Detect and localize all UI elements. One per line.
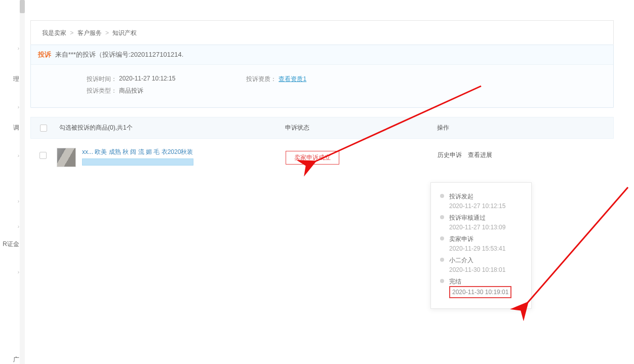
timeline-time: 2020-11-29 15:53:41 (449, 244, 522, 254)
row-checkbox[interactable] (39, 152, 47, 159)
complaint-panel: 投诉 来自***的投诉（投诉编号:20201127101214. 投诉时间： 2… (30, 45, 614, 108)
sidebar-item-0[interactable]: › (0, 43, 20, 54)
sidebar-item-4[interactable]: › (0, 150, 20, 161)
view-qualification-link[interactable]: 查看资质1 (279, 75, 306, 84)
timeline-title: 小二介入 (449, 256, 522, 265)
sidebar-item-6[interactable]: › (0, 221, 20, 232)
complaint-time-value: 2020-11-27 10:12:15 (119, 75, 175, 84)
product-title-redacted (82, 158, 193, 166)
timeline-item: 完结 2020-11-30 10:19:01 (440, 277, 522, 298)
timeline-dot-icon (440, 258, 444, 262)
chevron-right-icon: › (18, 269, 19, 275)
timeline-dot-icon (440, 215, 444, 219)
complaint-header: 投诉 来自***的投诉（投诉编号:20201127101214. (31, 45, 613, 65)
timeline-title: 投诉审核通过 (449, 213, 522, 222)
chevron-right-icon: › (18, 198, 19, 204)
product-cell: xx... 欧美 成熟 秋 阔 流 媚 毛 衣2020秋装 (82, 148, 286, 167)
timeline-dot-icon (440, 194, 444, 198)
sidebar-item-1[interactable]: 理 (0, 72, 20, 87)
column-status-header: 申诉状态 (285, 124, 437, 132)
view-progress-link[interactable]: 查看进展 (468, 151, 492, 159)
complaint-tag: 投诉 (38, 51, 51, 58)
column-action-header: 操作 (437, 124, 604, 132)
complaint-type-value: 商品投诉 (119, 87, 143, 95)
product-title-link[interactable]: xx... 欧美 成熟 秋 阔 流 媚 毛 衣2020秋装 (82, 148, 209, 156)
timeline-title: 完结 (449, 277, 522, 286)
sidebar-item-8[interactable]: › (0, 266, 20, 278)
main-content: 我是卖家 > 客户服务 > 知识产权 投诉 来自***的投诉（投诉编号:2020… (30, 20, 614, 176)
breadcrumb-item-seller[interactable]: 我是卖家 (42, 29, 66, 36)
complaint-body: 投诉时间： 2020-11-27 10:12:15 投诉资质： 查看资质1 投诉… (31, 65, 613, 107)
select-all-checkbox[interactable] (40, 125, 47, 132)
breadcrumb: 我是卖家 > 客户服务 > 知识产权 (30, 20, 614, 45)
sidebar-scrollbar[interactable] (20, 0, 25, 364)
timeline-item: 投诉审核通过 2020-11-27 10:13:09 (440, 213, 522, 232)
chevron-right-icon: › (18, 224, 19, 229)
timeline-time: 2020-11-30 10:18:01 (449, 265, 522, 275)
sidebar-item-7[interactable]: R证金 (0, 237, 20, 252)
appeal-status-badge: 卖家申诉成立 (286, 151, 339, 165)
complaint-type-label: 投诉类型： (87, 87, 119, 95)
chevron-right-icon: › (18, 46, 19, 51)
progress-timeline-popover: 投诉发起 2020-11-27 10:12:15 投诉审核通过 2020-11-… (430, 182, 532, 309)
chevron-right-icon: › (18, 104, 19, 110)
chevron-right-icon: › (18, 153, 19, 158)
sidebar-item-3[interactable]: 调 (0, 120, 20, 135)
timeline-title: 投诉发起 (449, 192, 522, 201)
timeline-time: 2020-11-27 10:13:09 (449, 222, 522, 232)
breadcrumb-item-service[interactable]: 客户服务 (77, 29, 102, 36)
complaint-time-label: 投诉时间： (87, 75, 119, 84)
timeline-item: 投诉发起 2020-11-27 10:12:15 (440, 192, 522, 211)
breadcrumb-item-ip[interactable]: 知识产权 (112, 29, 137, 36)
status-cell: 卖家申诉成立 (286, 148, 438, 165)
complaint-header-text: 来自***的投诉（投诉编号:20201127101214. (55, 51, 184, 58)
sidebar-item-2[interactable]: › (0, 101, 20, 113)
history-appeal-link[interactable]: 历史申诉 (438, 151, 462, 159)
action-cell: 历史申诉 查看进展 (438, 148, 605, 159)
product-thumbnail[interactable] (57, 148, 76, 167)
sidebar-item-5[interactable]: › (0, 195, 20, 207)
sidebar-item-9[interactable]: 广 (0, 352, 20, 364)
timeline-dot-icon (440, 279, 444, 283)
timeline-item: 卖家申诉 2020-11-29 15:53:41 (440, 234, 522, 254)
svg-line-1 (527, 187, 628, 304)
table-row: xx... 欧美 成熟 秋 阔 流 媚 毛 衣2020秋装 卖家申诉成立 历史申… (30, 139, 614, 176)
left-sidebar: › 理 › 调 › › › R证金 › 广 (0, 0, 20, 364)
breadcrumb-separator: > (105, 29, 109, 36)
table-header: 勾选被投诉的商品(0),共1个 申诉状态 操作 (30, 117, 614, 139)
timeline-dot-icon (440, 236, 444, 240)
timeline-time-highlighted: 2020-11-30 10:19:01 (449, 286, 511, 298)
timeline-item: 小二介入 2020-11-30 10:18:01 (440, 256, 522, 275)
timeline-time: 2020-11-27 10:12:15 (449, 201, 522, 211)
timeline-title: 卖家申诉 (449, 234, 522, 244)
column-product-header: 勾选被投诉的商品(0),共1个 (57, 124, 285, 132)
complaint-qual-label: 投诉资质： (246, 75, 279, 84)
breadcrumb-separator: > (70, 29, 73, 36)
